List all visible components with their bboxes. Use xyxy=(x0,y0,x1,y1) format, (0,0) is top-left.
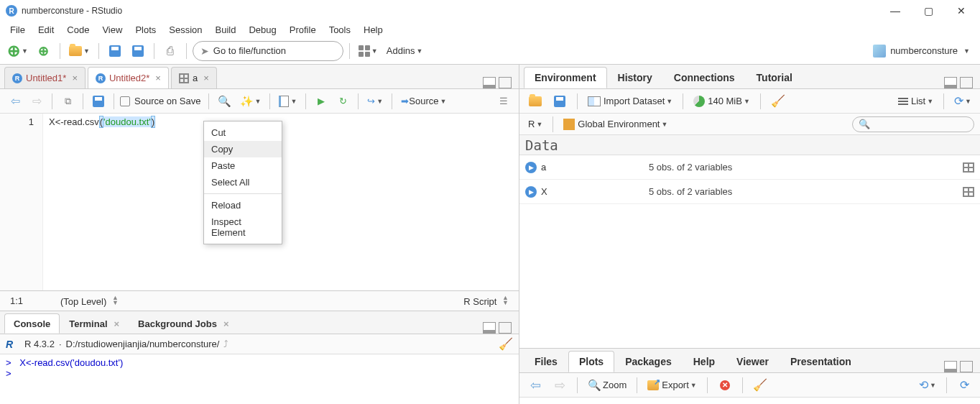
tab-files[interactable]: Files xyxy=(524,351,568,372)
memory-usage-button[interactable]: 140 MiB▼ xyxy=(690,91,753,111)
close-tab-icon[interactable]: × xyxy=(72,73,78,83)
menu-plots[interactable]: Plots xyxy=(129,23,162,37)
close-button[interactable]: ✕ xyxy=(951,5,971,17)
back-button[interactable]: ⇦ xyxy=(6,92,24,111)
forward-button[interactable]: ⇨ xyxy=(27,92,46,111)
minimize-pane-icon[interactable] xyxy=(944,361,957,372)
addins-button[interactable]: Addins▼ xyxy=(384,41,426,61)
environment-scope-button[interactable]: Global Environment▼ xyxy=(560,114,670,134)
close-tab-icon[interactable]: × xyxy=(203,73,209,83)
tab-plots[interactable]: Plots xyxy=(568,351,614,372)
expand-icon[interactable]: ▶ xyxy=(525,186,537,198)
tab-tutorial[interactable]: Tutorial xyxy=(746,67,803,88)
new-project-button[interactable]: ⊕ xyxy=(34,41,54,61)
tab-background-jobs[interactable]: Background Jobs× xyxy=(129,313,238,334)
refresh-env-button[interactable]: ⟳▼ xyxy=(951,91,974,111)
menu-code[interactable]: Code xyxy=(61,23,95,37)
project-selector[interactable]: numberconsture ▼ xyxy=(867,45,976,58)
console-body[interactable]: > X<-read.csv('doudou.txt') > xyxy=(0,354,519,404)
outline-button[interactable]: ☰ xyxy=(494,92,513,111)
maximize-button[interactable]: ▢ xyxy=(918,5,938,17)
source-button[interactable]: ➡Source▼ xyxy=(398,92,449,111)
view-table-icon[interactable] xyxy=(963,187,974,197)
menu-view[interactable]: View xyxy=(96,23,128,37)
save-button[interactable] xyxy=(89,92,108,111)
maximize-pane-icon[interactable] xyxy=(499,322,512,334)
plot-forward-button[interactable]: ⇨ xyxy=(550,375,570,395)
menu-select-all[interactable]: Select All xyxy=(204,174,282,190)
goto-file-input[interactable]: ➤ Go to file/function xyxy=(193,41,343,61)
load-workspace-button[interactable] xyxy=(525,91,545,111)
close-tab-icon[interactable]: × xyxy=(155,73,161,83)
menu-paste[interactable]: Paste xyxy=(204,157,282,174)
clear-console-icon[interactable]: 🧹 xyxy=(499,337,513,351)
clear-plots-button[interactable]: 🧹 xyxy=(750,375,770,395)
remove-plot-button[interactable]: ✕ xyxy=(715,375,735,395)
menu-inspect[interactable]: Inspect Element xyxy=(204,214,282,241)
scope-selector[interactable]: (Top Level) ▲▼ xyxy=(60,295,463,307)
tab-connections[interactable]: Connections xyxy=(663,67,746,88)
minimize-pane-icon[interactable] xyxy=(483,77,496,88)
env-search-input[interactable]: 🔍 xyxy=(852,116,974,132)
view-table-icon[interactable] xyxy=(963,162,974,173)
tab-history[interactable]: History xyxy=(607,67,663,88)
tab-environment[interactable]: Environment xyxy=(524,67,607,88)
menu-session[interactable]: Session xyxy=(163,23,208,37)
wd-popout-icon[interactable]: ⤴ xyxy=(223,339,228,349)
maximize-pane-icon[interactable] xyxy=(960,361,973,372)
language-selector[interactable]: R Script ▲▼ xyxy=(463,295,509,307)
minimize-pane-icon[interactable] xyxy=(483,322,496,334)
menu-build[interactable]: Build xyxy=(210,23,242,37)
menu-reload[interactable]: Reload xyxy=(204,197,282,214)
tab-viewer[interactable]: Viewer xyxy=(726,351,780,372)
menu-profile[interactable]: Profile xyxy=(284,23,322,37)
print-button[interactable]: ⎙ xyxy=(160,41,180,61)
maximize-pane-icon[interactable] xyxy=(960,77,973,88)
clear-env-button[interactable]: 🧹 xyxy=(768,91,788,111)
code-editor[interactable]: 1 X<-read.csv('doudou.txt') Cut Copy Pas… xyxy=(0,114,519,290)
refresh-plots-button[interactable]: ⟳ xyxy=(954,375,974,395)
menu-debug[interactable]: Debug xyxy=(243,23,282,37)
show-in-new-window-button[interactable]: ⧉ xyxy=(58,92,77,111)
zoom-button[interactable]: 🔍Zoom xyxy=(585,375,629,395)
maximize-pane-icon[interactable] xyxy=(499,77,512,88)
save-button[interactable] xyxy=(105,41,125,61)
tab-untitled2[interactable]: R Untitled2* × xyxy=(88,67,169,88)
go-to-section-button[interactable]: ↪▼ xyxy=(364,92,386,111)
language-button[interactable]: R▼ xyxy=(525,114,545,134)
panes-button[interactable]: ▼ xyxy=(356,41,381,61)
menu-help[interactable]: Help xyxy=(358,23,389,37)
env-row-a[interactable]: ▶ a 5 obs. of 2 variables xyxy=(519,155,980,180)
wand-button[interactable]: ✨▼ xyxy=(237,92,264,111)
menu-file[interactable]: File xyxy=(4,23,31,37)
minimize-button[interactable]: — xyxy=(885,5,905,17)
close-icon[interactable]: × xyxy=(114,318,120,329)
tab-a[interactable]: a × xyxy=(171,67,217,88)
tab-console[interactable]: Console xyxy=(4,313,60,334)
publish-button[interactable]: ⟲▼ xyxy=(916,375,939,395)
run-button[interactable]: ▶ xyxy=(312,92,330,111)
open-file-button[interactable]: ▼ xyxy=(66,41,93,61)
tab-packages[interactable]: Packages xyxy=(614,351,683,372)
code-area[interactable]: X<-read.csv('doudou.txt') Cut Copy Paste… xyxy=(43,114,519,290)
save-workspace-button[interactable] xyxy=(550,91,570,111)
menu-cut[interactable]: Cut xyxy=(204,124,282,141)
view-mode-button[interactable]: List▼ xyxy=(895,91,936,111)
import-dataset-button[interactable]: Import Dataset▼ xyxy=(585,91,675,111)
new-file-button[interactable]: ⊕▼ xyxy=(4,41,31,61)
minimize-pane-icon[interactable] xyxy=(944,77,957,88)
find-button[interactable]: 🔍 xyxy=(215,92,234,111)
menu-edit[interactable]: Edit xyxy=(32,23,60,37)
save-all-button[interactable] xyxy=(128,41,148,61)
tab-help[interactable]: Help xyxy=(683,351,726,372)
tab-presentation[interactable]: Presentation xyxy=(780,351,862,372)
source-on-save-checkbox[interactable] xyxy=(120,96,130,106)
tab-terminal[interactable]: Terminal× xyxy=(60,313,129,334)
compile-report-button[interactable]: ▼ xyxy=(276,92,300,111)
rerun-button[interactable]: ↻ xyxy=(333,92,352,111)
expand-icon[interactable]: ▶ xyxy=(525,162,537,173)
export-button[interactable]: Export▼ xyxy=(644,375,700,395)
menu-copy[interactable]: Copy xyxy=(204,141,282,157)
plot-back-button[interactable]: ⇦ xyxy=(525,375,545,395)
close-icon[interactable]: × xyxy=(223,318,229,329)
